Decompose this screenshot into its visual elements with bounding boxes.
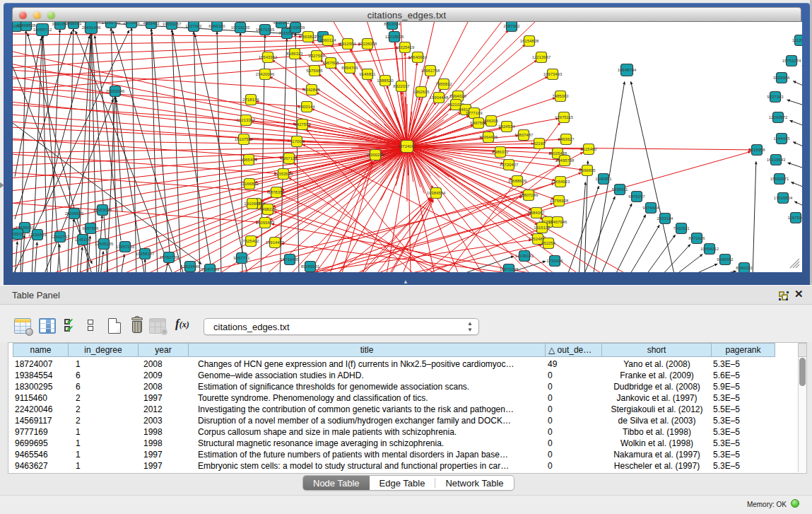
svg-text:12942757: 12942757 (51, 235, 70, 239)
svg-text:9327504: 9327504 (308, 54, 325, 58)
svg-text:10467946: 10467946 (548, 220, 567, 224)
svg-text:12213967: 12213967 (532, 55, 551, 59)
svg-text:1362615: 1362615 (413, 90, 430, 94)
svg-text:8186323: 8186323 (286, 52, 303, 56)
svg-text:9329966: 9329966 (773, 76, 790, 80)
svg-text:7955812: 7955812 (435, 82, 452, 86)
svg-text:9699695: 9699695 (579, 168, 596, 173)
svg-text:252254: 252254 (541, 241, 556, 245)
svg-text:12975115: 12975115 (555, 115, 574, 119)
svg-text:1145194: 1145194 (75, 238, 92, 242)
svg-text:15692971: 15692971 (770, 177, 789, 181)
svg-text:15720407: 15720407 (500, 163, 519, 167)
svg-text:10719155: 10719155 (231, 25, 250, 30)
svg-text:11166822: 11166822 (240, 182, 259, 186)
svg-text:16671355: 16671355 (256, 28, 275, 32)
svg-text:10872248: 10872248 (500, 267, 519, 271)
svg-text:9242848: 9242848 (303, 88, 320, 92)
svg-text:8912954: 8912954 (339, 42, 356, 46)
svg-text:13716485: 13716485 (281, 257, 300, 262)
svg-text:2571945: 2571945 (123, 22, 140, 25)
svg-text:16543362: 16543362 (259, 55, 278, 59)
svg-text:3624534: 3624534 (498, 124, 515, 129)
svg-text:23420046: 23420046 (256, 72, 275, 76)
svg-text:1640951: 1640951 (595, 177, 612, 181)
svg-text:12213363: 12213363 (237, 118, 256, 122)
svg-text:8813014: 8813014 (384, 22, 401, 26)
svg-text:16782759: 16782759 (160, 255, 179, 259)
svg-text:2718176: 2718176 (242, 98, 259, 102)
svg-text:5938911: 5938911 (612, 187, 629, 192)
svg-text:7932621: 7932621 (673, 226, 690, 230)
svg-text:9427552: 9427552 (294, 122, 311, 127)
svg-text:18640910: 18640910 (408, 55, 428, 59)
svg-text:23226058: 23226058 (358, 42, 377, 46)
svg-text:1527602: 1527602 (185, 24, 202, 28)
svg-text:8454749: 8454749 (341, 66, 358, 70)
svg-text:7986372: 7986372 (492, 150, 509, 154)
svg-text:18807249: 18807249 (519, 193, 539, 197)
svg-text:8090293: 8090293 (736, 266, 753, 270)
svg-text:10973493: 10973493 (543, 72, 563, 76)
svg-text:39587039: 39587039 (201, 267, 220, 271)
svg-text:7663822: 7663822 (300, 35, 317, 39)
svg-text:6966160: 6966160 (208, 24, 225, 28)
svg-text:7625402: 7625402 (242, 239, 259, 243)
svg-text:20691406: 20691406 (82, 25, 101, 30)
svg-text:14914479: 14914479 (266, 240, 285, 245)
svg-text:17957255: 17957255 (116, 245, 135, 249)
svg-text:15751074: 15751074 (782, 59, 801, 63)
svg-text:11156819: 11156819 (28, 233, 47, 237)
svg-text:9660124: 9660124 (319, 38, 336, 42)
svg-text:19904448: 19904448 (430, 95, 449, 100)
svg-text:4903402: 4903402 (143, 22, 160, 25)
svg-text:89089901: 89089901 (301, 264, 320, 269)
svg-text:16210643: 16210643 (767, 158, 786, 162)
svg-text:2933114: 2933114 (657, 216, 674, 221)
svg-text:29053346: 29053346 (106, 89, 125, 93)
svg-text:20206576: 20206576 (65, 211, 84, 216)
svg-text:12093872: 12093872 (769, 115, 788, 119)
svg-text:16093483: 16093483 (256, 221, 275, 225)
svg-text:8267130: 8267130 (281, 156, 298, 160)
svg-text:1167534: 1167534 (788, 216, 802, 220)
svg-text:10688609: 10688609 (508, 179, 527, 183)
svg-text:9397586: 9397586 (82, 226, 99, 230)
svg-text:18724007: 18724007 (398, 144, 417, 148)
svg-text:10958107: 10958107 (136, 252, 155, 256)
svg-text:1733426: 1733426 (546, 259, 563, 263)
svg-text:1910668: 1910668 (244, 201, 261, 206)
svg-text:12218506: 12218506 (385, 35, 404, 39)
svg-text:5878352: 5878352 (268, 190, 285, 194)
svg-text:2687682: 2687682 (503, 24, 520, 28)
svg-text:417004: 417004 (290, 139, 305, 144)
svg-text:3498222: 3498222 (259, 207, 276, 211)
svg-text:5375685: 5375685 (306, 69, 323, 73)
svg-text:2603144: 2603144 (298, 105, 315, 109)
svg-text:14265799: 14265799 (102, 22, 121, 25)
svg-text:17016504: 17016504 (774, 196, 793, 200)
svg-text:16107554: 16107554 (235, 137, 254, 141)
svg-text:10654112: 10654112 (700, 247, 719, 251)
svg-text:62160: 62160 (534, 141, 546, 146)
svg-text:1244415: 1244415 (773, 136, 790, 141)
svg-text:13325419: 13325419 (396, 45, 415, 49)
svg-text:10756928: 10756928 (550, 199, 569, 203)
svg-text:2458591: 2458591 (65, 22, 82, 25)
svg-text:8322037: 8322037 (393, 84, 410, 88)
svg-text:16648784: 16648784 (618, 68, 637, 72)
svg-text:19384554: 19384554 (427, 191, 446, 195)
svg-text:18300295: 18300295 (366, 153, 385, 157)
svg-text:16154808: 16154808 (520, 39, 539, 43)
svg-text:9777169: 9777169 (466, 111, 483, 115)
svg-text:9115460: 9115460 (581, 147, 598, 151)
svg-text:6479197: 6479197 (628, 194, 645, 199)
svg-text:1615132: 1615132 (534, 226, 551, 230)
svg-text:16961758: 16961758 (421, 69, 440, 73)
svg-text:10653257: 10653257 (163, 22, 182, 26)
svg-text:16033809: 16033809 (286, 25, 305, 30)
svg-text:6497568: 6497568 (470, 121, 487, 125)
svg-text:9684067: 9684067 (528, 211, 545, 215)
svg-text:9474444: 9474444 (642, 206, 659, 210)
svg-text:9245652: 9245652 (717, 257, 734, 262)
